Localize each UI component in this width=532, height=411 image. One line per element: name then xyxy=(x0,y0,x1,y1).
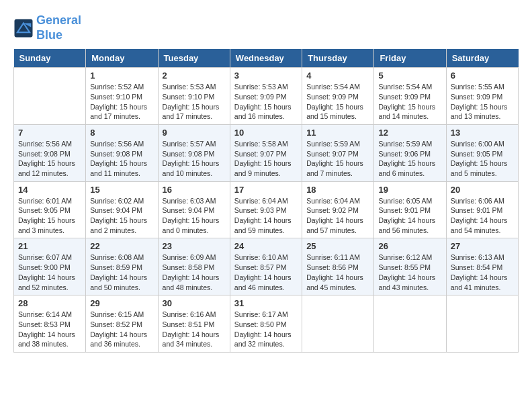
day-number: 28 xyxy=(18,298,81,308)
calendar-week-3: 14Sunrise: 6:01 AM Sunset: 9:05 PM Dayli… xyxy=(14,181,519,238)
calendar-cell: 25Sunrise: 6:11 AM Sunset: 8:56 PM Dayli… xyxy=(302,238,374,295)
calendar-cell: 10Sunrise: 5:58 AM Sunset: 9:07 PM Dayli… xyxy=(230,124,302,181)
calendar-cell: 28Sunrise: 6:14 AM Sunset: 8:53 PM Dayli… xyxy=(14,295,86,353)
day-number: 4 xyxy=(306,71,369,81)
calendar-cell: 20Sunrise: 6:06 AM Sunset: 9:01 PM Dayli… xyxy=(446,181,518,238)
calendar-cell: 1Sunrise: 5:52 AM Sunset: 9:10 PM Daylig… xyxy=(86,68,158,125)
calendar-week-2: 7Sunrise: 5:56 AM Sunset: 9:08 PM Daylig… xyxy=(14,124,519,181)
logo-text: General Blue xyxy=(36,13,81,42)
logo: General Blue xyxy=(13,13,81,42)
day-info: Sunrise: 5:58 AM Sunset: 9:07 PM Dayligh… xyxy=(234,139,298,179)
day-info: Sunrise: 5:59 AM Sunset: 9:07 PM Dayligh… xyxy=(306,139,369,179)
day-number: 3 xyxy=(234,71,298,81)
day-number: 14 xyxy=(18,185,81,195)
day-info: Sunrise: 6:04 AM Sunset: 9:03 PM Dayligh… xyxy=(234,196,298,236)
day-info: Sunrise: 6:10 AM Sunset: 8:57 PM Dayligh… xyxy=(234,253,298,292)
day-number: 2 xyxy=(163,71,226,81)
calendar-cell: 16Sunrise: 6:03 AM Sunset: 9:04 PM Dayli… xyxy=(158,181,230,238)
day-info: Sunrise: 5:59 AM Sunset: 9:06 PM Dayligh… xyxy=(378,139,441,179)
header-wednesday: Wednesday xyxy=(230,49,302,68)
day-info: Sunrise: 6:14 AM Sunset: 8:53 PM Dayligh… xyxy=(18,310,81,349)
day-info: Sunrise: 5:57 AM Sunset: 9:08 PM Dayligh… xyxy=(163,139,226,179)
day-number: 17 xyxy=(234,185,298,195)
day-info: Sunrise: 6:03 AM Sunset: 9:04 PM Dayligh… xyxy=(163,196,226,236)
header-tuesday: Tuesday xyxy=(158,49,230,68)
day-info: Sunrise: 6:06 AM Sunset: 9:01 PM Dayligh… xyxy=(451,196,514,236)
calendar-cell: 14Sunrise: 6:01 AM Sunset: 9:05 PM Dayli… xyxy=(14,181,86,238)
calendar-cell: 22Sunrise: 6:08 AM Sunset: 8:59 PM Dayli… xyxy=(86,238,158,295)
day-number: 8 xyxy=(90,128,153,138)
day-number: 27 xyxy=(451,241,514,251)
day-number: 18 xyxy=(306,185,369,195)
calendar-cell: 6Sunrise: 5:55 AM Sunset: 9:09 PM Daylig… xyxy=(446,68,518,125)
day-info: Sunrise: 5:56 AM Sunset: 9:08 PM Dayligh… xyxy=(18,139,81,179)
calendar-cell: 7Sunrise: 5:56 AM Sunset: 9:08 PM Daylig… xyxy=(14,124,86,181)
day-info: Sunrise: 6:11 AM Sunset: 8:56 PM Dayligh… xyxy=(306,253,369,292)
day-info: Sunrise: 5:52 AM Sunset: 9:10 PM Dayligh… xyxy=(90,82,153,122)
calendar-cell xyxy=(446,295,518,353)
header-friday: Friday xyxy=(374,49,446,68)
calendar-cell xyxy=(302,295,374,353)
day-info: Sunrise: 6:04 AM Sunset: 9:02 PM Dayligh… xyxy=(306,196,369,236)
logo-icon xyxy=(13,18,34,38)
day-info: Sunrise: 6:08 AM Sunset: 8:59 PM Dayligh… xyxy=(90,253,153,292)
calendar-cell xyxy=(14,68,86,125)
calendar-cell: 15Sunrise: 6:02 AM Sunset: 9:04 PM Dayli… xyxy=(86,181,158,238)
day-number: 10 xyxy=(234,128,298,138)
day-info: Sunrise: 6:12 AM Sunset: 8:55 PM Dayligh… xyxy=(378,253,441,292)
day-info: Sunrise: 6:07 AM Sunset: 9:00 PM Dayligh… xyxy=(18,253,81,292)
day-number: 25 xyxy=(306,241,369,251)
calendar-cell xyxy=(374,295,446,353)
day-number: 1 xyxy=(90,71,153,81)
day-number: 11 xyxy=(306,128,369,138)
calendar-cell: 31Sunrise: 6:17 AM Sunset: 8:50 PM Dayli… xyxy=(230,295,302,353)
calendar-cell: 17Sunrise: 6:04 AM Sunset: 9:03 PM Dayli… xyxy=(230,181,302,238)
day-number: 29 xyxy=(90,298,153,308)
calendar-cell: 11Sunrise: 5:59 AM Sunset: 9:07 PM Dayli… xyxy=(302,124,374,181)
day-number: 13 xyxy=(451,128,514,138)
calendar-table: SundayMondayTuesdayWednesdayThursdayFrid… xyxy=(13,49,519,353)
day-info: Sunrise: 6:00 AM Sunset: 9:05 PM Dayligh… xyxy=(451,139,514,179)
day-info: Sunrise: 6:17 AM Sunset: 8:50 PM Dayligh… xyxy=(234,310,298,349)
day-info: Sunrise: 5:56 AM Sunset: 9:08 PM Dayligh… xyxy=(90,139,153,179)
day-info: Sunrise: 5:54 AM Sunset: 9:09 PM Dayligh… xyxy=(306,82,369,122)
day-number: 30 xyxy=(163,298,226,308)
day-number: 16 xyxy=(163,185,226,195)
calendar-cell: 8Sunrise: 5:56 AM Sunset: 9:08 PM Daylig… xyxy=(86,124,158,181)
day-info: Sunrise: 5:53 AM Sunset: 9:10 PM Dayligh… xyxy=(163,82,226,122)
day-number: 21 xyxy=(18,241,81,251)
day-info: Sunrise: 6:16 AM Sunset: 8:51 PM Dayligh… xyxy=(163,310,226,349)
day-info: Sunrise: 6:09 AM Sunset: 8:58 PM Dayligh… xyxy=(163,253,226,292)
day-number: 31 xyxy=(234,298,298,308)
calendar-cell: 18Sunrise: 6:04 AM Sunset: 9:02 PM Dayli… xyxy=(302,181,374,238)
day-number: 22 xyxy=(90,241,153,251)
calendar-cell: 24Sunrise: 6:10 AM Sunset: 8:57 PM Dayli… xyxy=(230,238,302,295)
calendar-cell: 9Sunrise: 5:57 AM Sunset: 9:08 PM Daylig… xyxy=(158,124,230,181)
day-number: 20 xyxy=(451,185,514,195)
day-info: Sunrise: 5:55 AM Sunset: 9:09 PM Dayligh… xyxy=(451,82,514,122)
calendar-cell: 19Sunrise: 6:05 AM Sunset: 9:01 PM Dayli… xyxy=(374,181,446,238)
calendar-cell: 30Sunrise: 6:16 AM Sunset: 8:51 PM Dayli… xyxy=(158,295,230,353)
calendar-week-4: 21Sunrise: 6:07 AM Sunset: 9:00 PM Dayli… xyxy=(14,238,519,295)
calendar-cell: 4Sunrise: 5:54 AM Sunset: 9:09 PM Daylig… xyxy=(302,68,374,125)
calendar-cell: 13Sunrise: 6:00 AM Sunset: 9:05 PM Dayli… xyxy=(446,124,518,181)
header-sunday: Sunday xyxy=(14,49,86,68)
day-number: 23 xyxy=(163,241,226,251)
day-number: 12 xyxy=(378,128,441,138)
day-info: Sunrise: 6:01 AM Sunset: 9:05 PM Dayligh… xyxy=(18,196,81,236)
day-number: 6 xyxy=(451,71,514,81)
calendar-cell: 3Sunrise: 5:53 AM Sunset: 9:09 PM Daylig… xyxy=(230,68,302,125)
day-number: 24 xyxy=(234,241,298,251)
day-info: Sunrise: 5:54 AM Sunset: 9:09 PM Dayligh… xyxy=(378,82,441,122)
calendar-cell: 21Sunrise: 6:07 AM Sunset: 9:00 PM Dayli… xyxy=(14,238,86,295)
day-number: 26 xyxy=(378,241,441,251)
calendar-cell: 29Sunrise: 6:15 AM Sunset: 8:52 PM Dayli… xyxy=(86,295,158,353)
day-info: Sunrise: 6:05 AM Sunset: 9:01 PM Dayligh… xyxy=(378,196,441,236)
calendar-cell: 27Sunrise: 6:13 AM Sunset: 8:54 PM Dayli… xyxy=(446,238,518,295)
day-number: 5 xyxy=(378,71,441,81)
calendar-week-5: 28Sunrise: 6:14 AM Sunset: 8:53 PM Dayli… xyxy=(14,295,519,353)
calendar-cell: 26Sunrise: 6:12 AM Sunset: 8:55 PM Dayli… xyxy=(374,238,446,295)
calendar-header-row: SundayMondayTuesdayWednesdayThursdayFrid… xyxy=(14,49,519,68)
day-number: 9 xyxy=(163,128,226,138)
day-number: 15 xyxy=(90,185,153,195)
